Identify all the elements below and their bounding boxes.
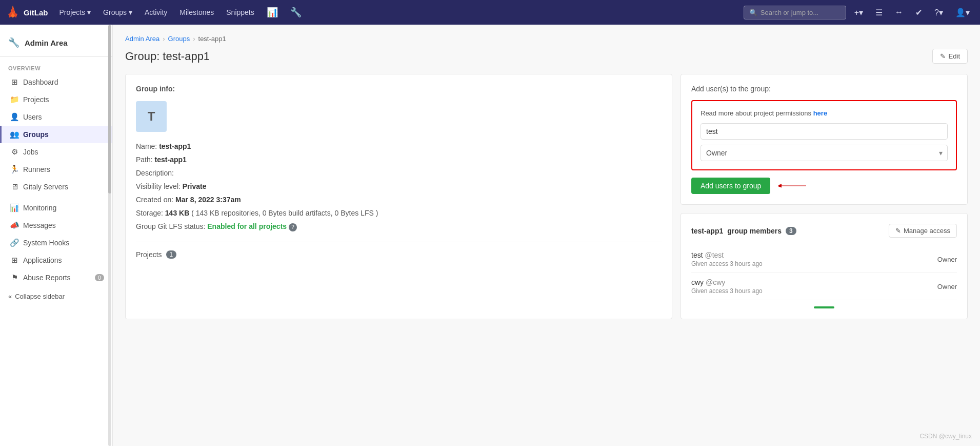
- group-created-row: Created on: Mar 8, 2022 3:37am: [136, 196, 662, 204]
- storage-value: 143 KB: [165, 209, 189, 217]
- chevron-down-icon: ▾: [87, 8, 91, 16]
- permissions-link[interactable]: here: [813, 109, 827, 117]
- merge-request-icon[interactable]: ↔: [891, 5, 907, 20]
- members-card: test-app1 group members 3 ✎ Manage acces…: [681, 213, 968, 319]
- overview-section-label: Overview: [0, 61, 112, 73]
- sidebar-item-monitoring[interactable]: 📊 Monitoring: [0, 199, 112, 217]
- path-value: test-app1: [155, 156, 187, 164]
- breadcrumb: Admin Area › Groups › test-app1: [125, 35, 968, 43]
- manage-access-button[interactable]: ✎ Manage access: [889, 224, 957, 238]
- permissions-note: Read more about project permissions here: [701, 109, 948, 117]
- breadcrumb-current: test-app1: [198, 35, 226, 43]
- projects-section: Projects 1: [136, 242, 662, 259]
- role-select[interactable]: Guest Reporter Developer Maintainer Owne…: [701, 145, 948, 161]
- sidebar-item-users[interactable]: 👤 Users: [0, 108, 112, 126]
- user-avatar[interactable]: 👤▾: [951, 5, 974, 21]
- add-btn-row: Add users to group: [691, 178, 957, 194]
- member-name-0: test @test: [691, 251, 763, 259]
- search-icon: 🔍: [749, 9, 757, 16]
- members-header: test-app1 group members 3 ✎ Manage acces…: [691, 224, 957, 238]
- path-label: Path:: [136, 156, 153, 164]
- sidebar-item-abuse[interactable]: ⚑ Abuse Reports 0: [0, 269, 112, 286]
- help-button[interactable]: ?▾: [930, 5, 947, 21]
- sidebar-scrollbar[interactable]: [108, 25, 111, 446]
- sidebar-item-hooks[interactable]: 🔗 System Hooks: [0, 234, 112, 251]
- sidebar-item-applications[interactable]: ⊞ Applications: [0, 251, 112, 269]
- groups-icon: 👥: [10, 130, 19, 139]
- main-content: Admin Area › Groups › test-app1 Group: t…: [113, 25, 980, 446]
- arrow-indicator: [778, 181, 809, 190]
- abuse-icon: ⚑: [10, 273, 19, 282]
- member-name-1: cwy @cwy: [691, 278, 763, 286]
- sidebar-item-projects[interactable]: 📁 Projects: [0, 91, 112, 108]
- nav-activity[interactable]: Activity: [139, 5, 172, 20]
- app-body: 🔧 Admin Area Overview ⊞ Dashboard 📁 Proj…: [0, 25, 980, 446]
- content-grid: Group info: T Name: test-app1 Path: test…: [125, 74, 968, 319]
- member-info-1: cwy @cwy Given access 3 hours ago: [691, 278, 763, 295]
- edit-button[interactable]: ✎ Edit: [932, 49, 968, 64]
- page-title: Group: test-app1: [125, 50, 210, 63]
- jobs-icon: ⚙: [10, 147, 19, 157]
- admin-area-title: Admin Area: [25, 38, 68, 47]
- runners-icon: 🏃: [10, 165, 19, 174]
- nav-snippets[interactable]: Snippets: [221, 5, 259, 20]
- projects-count: 1: [166, 250, 177, 259]
- sidebar-header: 🔧 Admin Area: [0, 33, 112, 57]
- nav-wrench-icon[interactable]: 🔧: [285, 4, 307, 21]
- users-icon: 👤: [10, 112, 19, 122]
- global-search-box[interactable]: 🔍 Search or jump to...: [744, 6, 846, 20]
- gitaly-icon: 🖥: [10, 182, 19, 191]
- sidebar-item-jobs[interactable]: ⚙ Jobs: [0, 143, 112, 161]
- gitlab-logo[interactable]: GitLab: [6, 6, 48, 19]
- role-select-wrapper: Guest Reporter Developer Maintainer Owne…: [701, 145, 948, 161]
- logo-text: GitLab: [24, 8, 48, 17]
- projects-title: Projects 1: [136, 250, 662, 259]
- todo-icon[interactable]: ☰: [871, 5, 887, 21]
- top-navigation: GitLab Projects ▾ Groups ▾ Activity Mile…: [0, 0, 980, 25]
- add-users-to-group-button[interactable]: Add users to group: [691, 178, 770, 194]
- group-info-title: Group info:: [136, 85, 662, 93]
- edit-icon: ✎: [940, 52, 946, 60]
- group-avatar: T: [136, 101, 167, 132]
- group-name-row: Name: test-app1: [136, 142, 662, 150]
- description-label: Description:: [136, 169, 174, 177]
- breadcrumb-sep-1: ›: [163, 35, 165, 43]
- nav-milestones[interactable]: Milestones: [174, 5, 219, 20]
- group-lfs-row: Group Git LFS status: Enabled for all pr…: [136, 222, 662, 231]
- visibility-value: Private: [183, 182, 207, 190]
- lfs-label: Group Git LFS status:: [136, 222, 205, 230]
- nav-projects[interactable]: Projects ▾: [54, 5, 96, 20]
- member-info-0: test @test Given access 3 hours ago: [691, 251, 763, 267]
- breadcrumb-admin[interactable]: Admin Area: [125, 35, 159, 43]
- sidebar-item-gitaly[interactable]: 🖥 Gitaly Servers: [0, 178, 112, 195]
- nav-right-actions: 🔍 Search or jump to... +▾ ☰ ↔ ✔ ?▾ 👤▾: [744, 5, 974, 21]
- applications-icon: ⊞: [10, 256, 19, 265]
- name-value: test-app1: [159, 142, 191, 150]
- abuse-badge: 0: [95, 274, 104, 281]
- name-label: Name:: [136, 142, 157, 150]
- sidebar-item-groups[interactable]: 👥 Groups: [0, 126, 112, 143]
- page-header: Group: test-app1 ✎ Edit: [125, 49, 968, 64]
- permissions-box: Read more about project permissions here…: [691, 100, 957, 170]
- created-label: Created on:: [136, 196, 173, 204]
- user-search-input[interactable]: [701, 123, 948, 140]
- members-title: test-app1 group members 3: [691, 227, 796, 235]
- issues-icon[interactable]: ✔: [911, 5, 926, 21]
- sidebar-item-messages[interactable]: 📣 Messages: [0, 217, 112, 234]
- nav-groups[interactable]: Groups ▾: [98, 5, 137, 20]
- members-group-name: test-app1: [691, 227, 723, 235]
- plus-menu-button[interactable]: +▾: [850, 5, 867, 21]
- breadcrumb-groups[interactable]: Groups: [168, 35, 190, 43]
- sidebar-item-runners[interactable]: 🏃 Runners: [0, 161, 112, 178]
- lfs-help-icon[interactable]: ?: [289, 223, 297, 231]
- lfs-value: Enabled for all projects: [207, 222, 287, 230]
- progress-bar: [814, 306, 834, 308]
- sidebar-item-dashboard[interactable]: ⊞ Dashboard: [0, 73, 112, 91]
- breadcrumb-sep-2: ›: [193, 35, 195, 43]
- collapse-sidebar-btn[interactable]: « Collapse sidebar: [0, 288, 112, 304]
- member-row-1: cwy @cwy Given access 3 hours ago Owner: [691, 273, 957, 300]
- collapse-icon: «: [8, 293, 12, 300]
- wrench-icon: 🔧: [8, 37, 19, 48]
- nav-chart-icon[interactable]: 📊: [262, 4, 283, 21]
- visibility-label: Visibility level:: [136, 182, 181, 190]
